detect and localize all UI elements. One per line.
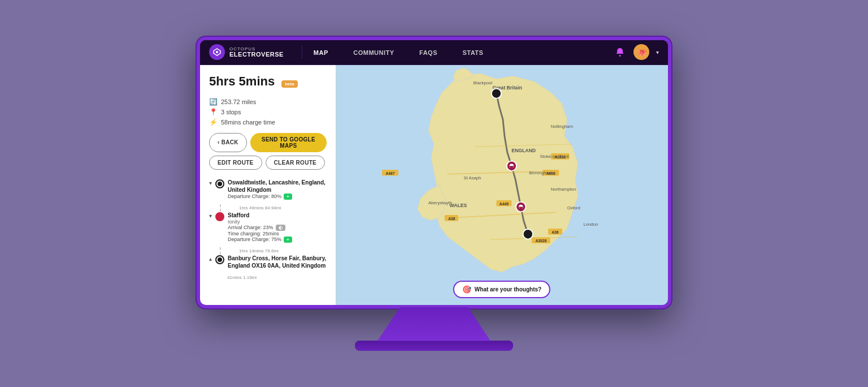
arrival-label: Arrival Charge: 23% bbox=[228, 225, 274, 230]
stop-stafford-chevron[interactable]: ▾ bbox=[209, 213, 212, 219]
stops-icon: 📍 bbox=[209, 108, 218, 116]
route-stops: ▾ Oswaldtwistle, Lancashire, England, Un… bbox=[209, 179, 327, 281]
monitor-stand bbox=[377, 307, 491, 341]
edit-route-button[interactable]: EDIT ROUTE bbox=[209, 156, 262, 170]
stafford-name: Stafford bbox=[228, 212, 327, 219]
stafford-provider: Ionity bbox=[228, 219, 327, 225]
action-buttons: ‹ BACK SEND TO GOOGLE MAPS EDIT ROUTE CL… bbox=[209, 133, 327, 170]
svg-text:A449: A449 bbox=[500, 201, 509, 205]
svg-text:St Asaph: St Asaph bbox=[464, 175, 481, 180]
svg-text:London: London bbox=[584, 222, 598, 227]
svg-text:A487: A487 bbox=[385, 171, 394, 175]
charge-time-value: 58mins charge time bbox=[221, 119, 275, 126]
svg-text:Northampton: Northampton bbox=[551, 186, 576, 191]
origin-pin-icon bbox=[215, 179, 224, 188]
destination-name: Banbury Cross, Horse Fair, Banbury, Engl… bbox=[228, 255, 327, 269]
departure-label: Departure Charge: 80% bbox=[228, 194, 281, 199]
svg-text:A38: A38 bbox=[448, 216, 455, 220]
header: octopus ELECTROVERSE MAP COMMUNITY FAQS … bbox=[200, 40, 668, 65]
map-svg: A487 A1031 A008 A449 A38 A36 bbox=[336, 65, 668, 305]
stop-origin: ▾ Oswaldtwistle, Lancashire, England, Un… bbox=[209, 179, 327, 204]
top-btn-row: ‹ BACK SEND TO GOOGLE MAPS bbox=[209, 133, 327, 152]
destination-pin-icon bbox=[215, 255, 224, 264]
stops-stat: 📍 3 stops bbox=[209, 108, 327, 116]
monitor-base bbox=[355, 341, 513, 351]
svg-text:Aberystwyth: Aberystwyth bbox=[428, 200, 452, 205]
charge-time-stat: ⚡ 58mins charge time bbox=[209, 118, 327, 126]
stop-stafford-info: Stafford Ionity Arrival Charge: 23% ◐ Ti… bbox=[228, 212, 327, 243]
logo-text: octopus ELECTROVERSE bbox=[229, 47, 284, 58]
map-area: A487 A1031 A008 A449 A38 A36 bbox=[336, 65, 668, 305]
stop-origin-departure: Departure Charge: 80% + bbox=[228, 194, 327, 200]
google-maps-button[interactable]: SEND TO GOOGLE MAPS bbox=[250, 133, 327, 152]
stop-destination-header: ▴ Banbury Cross, Horse Fair, Banbury, En… bbox=[209, 255, 327, 269]
svg-text:Nottingham: Nottingham bbox=[551, 123, 573, 128]
stop-destination: ▴ Banbury Cross, Horse Fair, Banbury, En… bbox=[209, 255, 327, 274]
svg-text:A3028: A3028 bbox=[535, 239, 546, 243]
app-container: octopus ELECTROVERSE MAP COMMUNITY FAQS … bbox=[200, 40, 668, 305]
route-title: 5hrs 5mins bbox=[209, 74, 275, 89]
feedback-icon: 🎯 bbox=[462, 285, 471, 294]
svg-text:Blackpool: Blackpool bbox=[474, 80, 493, 85]
feedback-label: What are your thoughts? bbox=[475, 286, 541, 293]
logo-electronverse: ELECTROVERSE bbox=[229, 51, 284, 58]
stafford-departure-badge: + bbox=[284, 236, 292, 243]
nav-divider bbox=[302, 45, 302, 59]
segment-2: 1hrs 14mins 79.6mi bbox=[220, 247, 327, 255]
stafford-departure: Departure Charge: 75% + bbox=[228, 236, 327, 243]
svg-point-1 bbox=[216, 51, 218, 53]
map-background: A487 A1031 A008 A449 A38 A36 bbox=[336, 65, 668, 305]
header-right: 🐙 ▾ bbox=[613, 44, 659, 60]
stop-destination-info: Banbury Cross, Horse Fair, Banbury, Engl… bbox=[228, 255, 327, 269]
departure-badge: + bbox=[284, 194, 292, 200]
monitor-wrapper: octopus ELECTROVERSE MAP COMMUNITY FAQS … bbox=[191, 37, 677, 351]
beta-badge: beta bbox=[281, 80, 297, 88]
stop-charger-stafford: ▾ Stafford Ionity Arrival Charge: 23% ◐ bbox=[209, 212, 327, 247]
feedback-button[interactable]: 🎯 What are your thoughts? bbox=[453, 281, 550, 298]
svg-text:Birmingham: Birmingham bbox=[529, 170, 552, 175]
back-button[interactable]: ‹ BACK bbox=[209, 133, 247, 152]
charging-time-label: Time charging: 25mins bbox=[228, 231, 279, 236]
logo-area: octopus ELECTROVERSE bbox=[209, 44, 284, 60]
nav-faqs[interactable]: FAQS bbox=[415, 47, 442, 58]
user-avatar[interactable]: 🐙 bbox=[633, 44, 649, 60]
svg-text:A36: A36 bbox=[552, 230, 559, 234]
route-stats: 🔄 253.72 miles 📍 3 stops ⚡ 58mins charge… bbox=[209, 98, 327, 126]
charge-icon: ⚡ bbox=[209, 118, 218, 126]
stops-value: 3 stops bbox=[221, 109, 241, 115]
logo-icon bbox=[209, 44, 225, 60]
svg-text:ENGLAND: ENGLAND bbox=[511, 148, 536, 153]
nav-stats[interactable]: STATS bbox=[458, 47, 488, 58]
distance-value: 253.72 miles bbox=[221, 98, 256, 105]
notification-icon[interactable] bbox=[613, 45, 627, 59]
main-content: 5hrs 5mins beta 🔄 253.72 miles 📍 3 stops bbox=[200, 65, 668, 305]
avatar-chevron-icon[interactable]: ▾ bbox=[656, 49, 659, 55]
distance-icon: 🔄 bbox=[209, 98, 218, 106]
sidebar: 5hrs 5mins beta 🔄 253.72 miles 📍 3 stops bbox=[200, 65, 336, 305]
stop-origin-header: ▾ Oswaldtwistle, Lancashire, England, Un… bbox=[209, 179, 327, 200]
stafford-arrival: Arrival Charge: 23% ◐ bbox=[228, 225, 327, 231]
distance-stat: 🔄 253.72 miles bbox=[209, 98, 327, 106]
clear-route-button[interactable]: CLEAR ROUTE bbox=[266, 156, 326, 170]
stafford-charging-time: Time charging: 25mins bbox=[228, 231, 327, 236]
svg-text:Oxford: Oxford bbox=[567, 205, 580, 210]
segment-3: 41mins 1.19mi bbox=[209, 274, 327, 281]
nav-community[interactable]: COMMUNITY bbox=[349, 47, 398, 58]
stafford-pin-icon bbox=[215, 212, 224, 221]
svg-point-2 bbox=[619, 55, 621, 57]
stop-origin-name: Oswaldtwistle, Lancashire, England, Unit… bbox=[228, 179, 327, 194]
nav-map[interactable]: MAP bbox=[309, 47, 333, 58]
svg-text:WALES: WALES bbox=[450, 202, 467, 208]
arrival-badge: ◐ bbox=[276, 225, 285, 231]
main-nav: MAP COMMUNITY FAQS STATS bbox=[309, 47, 488, 57]
stop-origin-chevron[interactable]: ▾ bbox=[209, 180, 212, 186]
stafford-departure-label: Departure Charge: 75% bbox=[228, 236, 281, 242]
stop-destination-chevron[interactable]: ▴ bbox=[209, 256, 212, 262]
bottom-btn-row: EDIT ROUTE CLEAR ROUTE bbox=[209, 156, 327, 170]
stop-origin-info: Oswaldtwistle, Lancashire, England, Unit… bbox=[228, 179, 327, 200]
svg-text:Stoke-on-Trent: Stoke-on-Trent bbox=[540, 153, 569, 158]
stop-stafford-header: ▾ Stafford Ionity Arrival Charge: 23% ◐ bbox=[209, 212, 327, 243]
segment-1: 1hrs 49mins 84.94mi bbox=[220, 204, 327, 212]
monitor-screen: octopus ELECTROVERSE MAP COMMUNITY FAQS … bbox=[197, 37, 671, 308]
